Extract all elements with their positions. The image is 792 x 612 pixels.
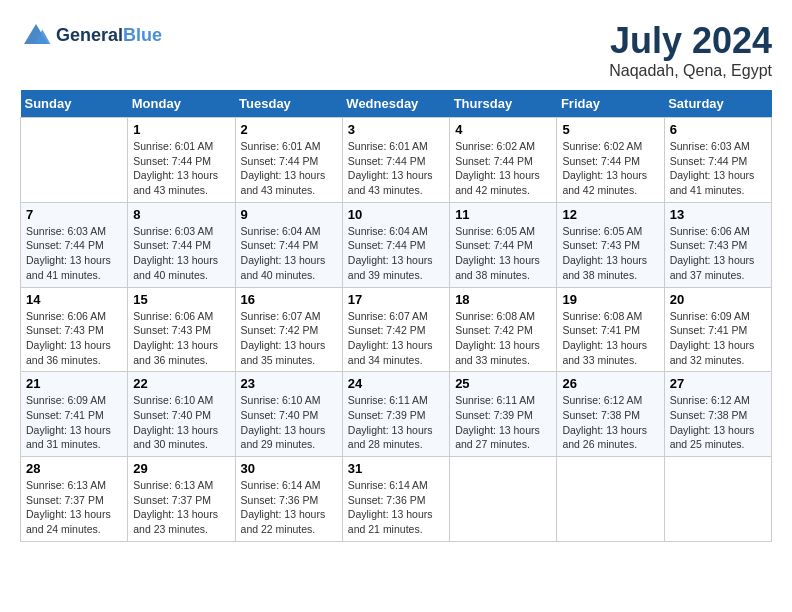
- day-info: Sunrise: 6:13 AMSunset: 7:37 PMDaylight:…: [26, 478, 122, 537]
- logo-text: GeneralBlue: [56, 26, 162, 46]
- day-number: 8: [133, 207, 229, 222]
- day-number: 22: [133, 376, 229, 391]
- day-number: 7: [26, 207, 122, 222]
- day-info: Sunrise: 6:02 AMSunset: 7:44 PMDaylight:…: [562, 139, 658, 198]
- day-number: 15: [133, 292, 229, 307]
- day-info: Sunrise: 6:10 AMSunset: 7:40 PMDaylight:…: [241, 393, 337, 452]
- day-cell: 10Sunrise: 6:04 AMSunset: 7:44 PMDayligh…: [342, 202, 449, 287]
- day-info: Sunrise: 6:07 AMSunset: 7:42 PMDaylight:…: [348, 309, 444, 368]
- day-cell: 8Sunrise: 6:03 AMSunset: 7:44 PMDaylight…: [128, 202, 235, 287]
- day-cell: 3Sunrise: 6:01 AMSunset: 7:44 PMDaylight…: [342, 118, 449, 203]
- day-number: 30: [241, 461, 337, 476]
- day-info: Sunrise: 6:08 AMSunset: 7:42 PMDaylight:…: [455, 309, 551, 368]
- day-cell: 13Sunrise: 6:06 AMSunset: 7:43 PMDayligh…: [664, 202, 771, 287]
- day-info: Sunrise: 6:11 AMSunset: 7:39 PMDaylight:…: [455, 393, 551, 452]
- day-info: Sunrise: 6:13 AMSunset: 7:37 PMDaylight:…: [133, 478, 229, 537]
- day-number: 14: [26, 292, 122, 307]
- day-header-sunday: Sunday: [21, 90, 128, 118]
- day-cell: 6Sunrise: 6:03 AMSunset: 7:44 PMDaylight…: [664, 118, 771, 203]
- day-info: Sunrise: 6:05 AMSunset: 7:43 PMDaylight:…: [562, 224, 658, 283]
- week-row-4: 21Sunrise: 6:09 AMSunset: 7:41 PMDayligh…: [21, 372, 772, 457]
- day-info: Sunrise: 6:03 AMSunset: 7:44 PMDaylight:…: [133, 224, 229, 283]
- day-info: Sunrise: 6:09 AMSunset: 7:41 PMDaylight:…: [670, 309, 766, 368]
- day-header-tuesday: Tuesday: [235, 90, 342, 118]
- location: Naqadah, Qena, Egypt: [609, 62, 772, 80]
- day-info: Sunrise: 6:14 AMSunset: 7:36 PMDaylight:…: [348, 478, 444, 537]
- day-info: Sunrise: 6:01 AMSunset: 7:44 PMDaylight:…: [348, 139, 444, 198]
- day-number: 2: [241, 122, 337, 137]
- day-number: 28: [26, 461, 122, 476]
- day-number: 24: [348, 376, 444, 391]
- day-cell: 14Sunrise: 6:06 AMSunset: 7:43 PMDayligh…: [21, 287, 128, 372]
- day-cell: 9Sunrise: 6:04 AMSunset: 7:44 PMDaylight…: [235, 202, 342, 287]
- day-info: Sunrise: 6:04 AMSunset: 7:44 PMDaylight:…: [241, 224, 337, 283]
- day-cell: 19Sunrise: 6:08 AMSunset: 7:41 PMDayligh…: [557, 287, 664, 372]
- day-cell: 12Sunrise: 6:05 AMSunset: 7:43 PMDayligh…: [557, 202, 664, 287]
- day-cell: 28Sunrise: 6:13 AMSunset: 7:37 PMDayligh…: [21, 457, 128, 542]
- day-info: Sunrise: 6:06 AMSunset: 7:43 PMDaylight:…: [670, 224, 766, 283]
- day-info: Sunrise: 6:06 AMSunset: 7:43 PMDaylight:…: [26, 309, 122, 368]
- day-cell: 26Sunrise: 6:12 AMSunset: 7:38 PMDayligh…: [557, 372, 664, 457]
- day-cell: 5Sunrise: 6:02 AMSunset: 7:44 PMDaylight…: [557, 118, 664, 203]
- day-info: Sunrise: 6:14 AMSunset: 7:36 PMDaylight:…: [241, 478, 337, 537]
- day-info: Sunrise: 6:12 AMSunset: 7:38 PMDaylight:…: [670, 393, 766, 452]
- day-cell: 1Sunrise: 6:01 AMSunset: 7:44 PMDaylight…: [128, 118, 235, 203]
- days-header-row: SundayMondayTuesdayWednesdayThursdayFrid…: [21, 90, 772, 118]
- day-cell: [21, 118, 128, 203]
- day-header-thursday: Thursday: [450, 90, 557, 118]
- day-info: Sunrise: 6:07 AMSunset: 7:42 PMDaylight:…: [241, 309, 337, 368]
- day-number: 27: [670, 376, 766, 391]
- logo: GeneralBlue: [20, 20, 162, 52]
- day-number: 13: [670, 207, 766, 222]
- day-cell: 29Sunrise: 6:13 AMSunset: 7:37 PMDayligh…: [128, 457, 235, 542]
- day-number: 4: [455, 122, 551, 137]
- day-cell: 18Sunrise: 6:08 AMSunset: 7:42 PMDayligh…: [450, 287, 557, 372]
- day-number: 10: [348, 207, 444, 222]
- day-cell: 22Sunrise: 6:10 AMSunset: 7:40 PMDayligh…: [128, 372, 235, 457]
- day-header-monday: Monday: [128, 90, 235, 118]
- month-title: July 2024: [609, 20, 772, 62]
- day-cell: 16Sunrise: 6:07 AMSunset: 7:42 PMDayligh…: [235, 287, 342, 372]
- day-cell: 15Sunrise: 6:06 AMSunset: 7:43 PMDayligh…: [128, 287, 235, 372]
- day-number: 26: [562, 376, 658, 391]
- day-header-wednesday: Wednesday: [342, 90, 449, 118]
- day-info: Sunrise: 6:01 AMSunset: 7:44 PMDaylight:…: [241, 139, 337, 198]
- day-number: 23: [241, 376, 337, 391]
- day-cell: 17Sunrise: 6:07 AMSunset: 7:42 PMDayligh…: [342, 287, 449, 372]
- day-cell: 27Sunrise: 6:12 AMSunset: 7:38 PMDayligh…: [664, 372, 771, 457]
- day-cell: 21Sunrise: 6:09 AMSunset: 7:41 PMDayligh…: [21, 372, 128, 457]
- day-cell: 11Sunrise: 6:05 AMSunset: 7:44 PMDayligh…: [450, 202, 557, 287]
- logo-icon: [20, 20, 52, 52]
- day-info: Sunrise: 6:10 AMSunset: 7:40 PMDaylight:…: [133, 393, 229, 452]
- day-info: Sunrise: 6:01 AMSunset: 7:44 PMDaylight:…: [133, 139, 229, 198]
- day-number: 17: [348, 292, 444, 307]
- day-number: 6: [670, 122, 766, 137]
- day-number: 19: [562, 292, 658, 307]
- day-cell: [450, 457, 557, 542]
- day-info: Sunrise: 6:04 AMSunset: 7:44 PMDaylight:…: [348, 224, 444, 283]
- day-cell: 23Sunrise: 6:10 AMSunset: 7:40 PMDayligh…: [235, 372, 342, 457]
- title-block: July 2024 Naqadah, Qena, Egypt: [609, 20, 772, 80]
- day-number: 18: [455, 292, 551, 307]
- day-cell: 25Sunrise: 6:11 AMSunset: 7:39 PMDayligh…: [450, 372, 557, 457]
- day-number: 11: [455, 207, 551, 222]
- week-row-2: 7Sunrise: 6:03 AMSunset: 7:44 PMDaylight…: [21, 202, 772, 287]
- day-info: Sunrise: 6:11 AMSunset: 7:39 PMDaylight:…: [348, 393, 444, 452]
- day-cell: 31Sunrise: 6:14 AMSunset: 7:36 PMDayligh…: [342, 457, 449, 542]
- day-cell: [557, 457, 664, 542]
- day-info: Sunrise: 6:03 AMSunset: 7:44 PMDaylight:…: [670, 139, 766, 198]
- day-number: 3: [348, 122, 444, 137]
- day-cell: 24Sunrise: 6:11 AMSunset: 7:39 PMDayligh…: [342, 372, 449, 457]
- day-number: 31: [348, 461, 444, 476]
- day-number: 29: [133, 461, 229, 476]
- day-info: Sunrise: 6:03 AMSunset: 7:44 PMDaylight:…: [26, 224, 122, 283]
- day-header-saturday: Saturday: [664, 90, 771, 118]
- day-number: 16: [241, 292, 337, 307]
- week-row-5: 28Sunrise: 6:13 AMSunset: 7:37 PMDayligh…: [21, 457, 772, 542]
- calendar-table: SundayMondayTuesdayWednesdayThursdayFrid…: [20, 90, 772, 542]
- day-cell: 4Sunrise: 6:02 AMSunset: 7:44 PMDaylight…: [450, 118, 557, 203]
- week-row-3: 14Sunrise: 6:06 AMSunset: 7:43 PMDayligh…: [21, 287, 772, 372]
- day-cell: 20Sunrise: 6:09 AMSunset: 7:41 PMDayligh…: [664, 287, 771, 372]
- day-cell: 30Sunrise: 6:14 AMSunset: 7:36 PMDayligh…: [235, 457, 342, 542]
- day-header-friday: Friday: [557, 90, 664, 118]
